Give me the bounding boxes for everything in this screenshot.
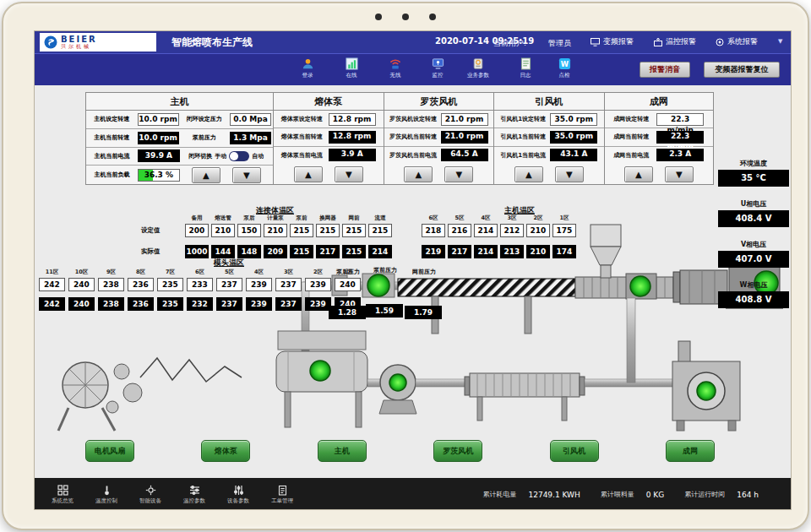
column-host-title: 主机 (86, 93, 273, 111)
zone-setpoint[interactable]: 238 (98, 278, 124, 291)
host-cur-speed-label: 主机当前转速 (88, 133, 136, 142)
env-metric: 环境温度 35 °C (716, 158, 792, 198)
clipboard-icon (264, 485, 300, 497)
roots-blower-down-button[interactable]: ▼ (444, 166, 473, 182)
pressure-value: 1.59 (366, 304, 403, 318)
counter-label: 累计耗电量 (482, 490, 516, 499)
zone-actual: 237 (216, 297, 242, 311)
total-counter: 累计耗电量 12749.1 KWH (482, 490, 580, 499)
zone-setpoint[interactable]: 175 (552, 224, 576, 237)
zone-setpoint[interactable]: 233 (187, 278, 213, 291)
equipment-nav-button[interactable]: 电机风扇 (85, 440, 134, 462)
statusbar-item-temp-control[interactable]: 温度控制 (89, 485, 124, 505)
zone-setpoint[interactable]: 200 (185, 224, 209, 237)
statusbar-item-smart-devices[interactable]: 智能设备 (133, 485, 168, 505)
zone-setpoint[interactable]: 240 (68, 278, 95, 291)
zone-setpoint[interactable]: 239 (305, 278, 331, 291)
param-value: 2.3 A (656, 149, 704, 161)
loop-set-pressure-value[interactable]: 0.0 Mpa (230, 113, 271, 126)
env-metric: U相电压 408.4 V (716, 198, 792, 239)
pump-base (379, 400, 416, 414)
toolbar-item-monitor[interactable]: 监控 (416, 57, 459, 79)
zone-setpoint[interactable]: 215 (316, 224, 340, 237)
zone-header: 3区 (275, 269, 302, 276)
chevron-down-icon[interactable]: ▼ (778, 38, 782, 45)
zone-setpoint[interactable]: 239 (246, 278, 272, 291)
param-value: 12.8 rpm (329, 113, 376, 126)
toolbar-item-login[interactable]: 登录 (286, 57, 329, 79)
zone-actual: 213 (500, 245, 524, 258)
draft-fan-down-button[interactable]: ▼ (555, 166, 584, 182)
statusbar-item-temp-params[interactable]: 温控参数 (177, 485, 212, 505)
column-host: 主机 主机设定转速 10.0 rpm 闭环设定压力 0.0 Mpa 主机当前转速… (86, 93, 274, 184)
melt-pump-up-button[interactable]: ▲ (294, 166, 323, 182)
tank-indicator (310, 361, 330, 381)
zone-setpoint[interactable]: 237 (275, 278, 302, 291)
current-user-label: 当前用户: (493, 38, 526, 49)
thermometer-icon (89, 485, 124, 497)
param-row: 罗茨风机设定转速 21.0 rpm (384, 111, 494, 128)
zone-setpoint[interactable]: 235 (157, 278, 183, 291)
zone-setpoint[interactable]: 215 (368, 224, 392, 237)
env-metric-value: 408.4 V (718, 210, 789, 227)
zone-setpoint[interactable]: 215 (342, 224, 366, 237)
zone-setpoint[interactable]: 237 (216, 278, 242, 291)
zone-setpoint[interactable]: 210 (211, 224, 235, 237)
page-title: 智能熔喷布生产线 (171, 35, 253, 50)
web-forming-up-button[interactable]: ▲ (624, 166, 653, 182)
equipment-nav-button[interactable]: 成网 (666, 440, 715, 462)
zone-setpoint[interactable]: 242 (39, 278, 65, 291)
zone-header: 3区 (500, 214, 524, 222)
camera-dot (402, 14, 409, 20)
alarm-mute-button[interactable]: 报警消音 (640, 62, 690, 78)
column-roots-blower-title: 罗茨风机 (384, 93, 494, 111)
equipment-nav-button[interactable]: 引风机 (550, 440, 599, 462)
zone-setpoint[interactable]: 210 (526, 224, 550, 237)
tablet-frame: BEIER 贝尔机械 智能熔喷布生产线 2020-07-14 09:25:19 … (2, 2, 809, 530)
zone-setpoint[interactable]: 215 (290, 224, 313, 237)
column-web-forming-title: 成网 (605, 93, 714, 111)
toolbar-item-inspection[interactable]: W 点检 (543, 57, 585, 79)
melt-pump-down-button[interactable]: ▼ (335, 166, 363, 182)
zone-setpoint[interactable]: 214 (474, 224, 498, 237)
system-alarm-button[interactable]: 系统报警 (716, 36, 758, 47)
host-speed-down-button[interactable]: ▼ (232, 167, 261, 183)
toolbar-item-log[interactable]: 日志 (504, 57, 547, 79)
equipment-nav-button[interactable]: 主机 (318, 440, 367, 462)
zone-actual: 215 (290, 245, 313, 258)
host-speed-up-button[interactable]: ▲ (192, 167, 220, 183)
toolbar-item-business-params[interactable]: 业务参数 (457, 57, 499, 79)
zone-setpoint[interactable]: 236 (128, 278, 154, 291)
temp-alarm-button[interactable]: 温控报警 (654, 36, 696, 47)
statusbar-item-work-orders[interactable]: 工单管理 (264, 485, 300, 505)
toolbar-item-online[interactable]: 在线 (330, 57, 373, 79)
equipment-nav-button[interactable]: 罗茨风机 (433, 440, 482, 462)
zone-actual: 217 (448, 245, 471, 258)
box-export-icon (654, 38, 662, 46)
param-label: 引风机1当前电流 (500, 151, 546, 160)
statusbar-item-device-params[interactable]: 设备参数 (220, 485, 256, 505)
roots-blower-up-button[interactable]: ▲ (404, 166, 433, 182)
draft-fan-up-button[interactable]: ▲ (514, 166, 543, 182)
loop-mode-toggle[interactable] (229, 151, 249, 161)
param-value: 21.0 rpm (441, 113, 488, 126)
zone-actual: 174 (552, 245, 576, 258)
chart-icon (330, 57, 373, 71)
zone-setpoint[interactable]: 150 (237, 224, 261, 237)
host-set-speed-label: 主机设定转速 (88, 115, 136, 123)
zone-setpoint[interactable]: 210 (264, 224, 287, 237)
zone-setpoint[interactable]: 216 (448, 224, 471, 237)
vfd-alarm-reset-button[interactable]: 变频器报警复位 (704, 62, 780, 78)
host-set-speed-value[interactable]: 10.0 rpm (138, 113, 179, 126)
vfd-alarm-button[interactable]: 变频报警 (591, 36, 634, 47)
param-label: 成网当前转速 (613, 133, 649, 141)
manual-label: 手动 (215, 152, 226, 160)
web-forming-down-button[interactable]: ▼ (665, 166, 694, 182)
toolbar-item-wireless[interactable]: 无线 (374, 57, 416, 79)
zone-setpoint[interactable]: 212 (500, 224, 524, 237)
equipment-nav-button[interactable]: 熔体泵 (201, 440, 250, 462)
statusbar-item-system-overview[interactable]: 系统总览 (45, 485, 80, 505)
camera-dot (375, 14, 382, 20)
counter-value: 0 KG (646, 491, 664, 499)
zone-setpoint[interactable]: 218 (422, 224, 445, 237)
